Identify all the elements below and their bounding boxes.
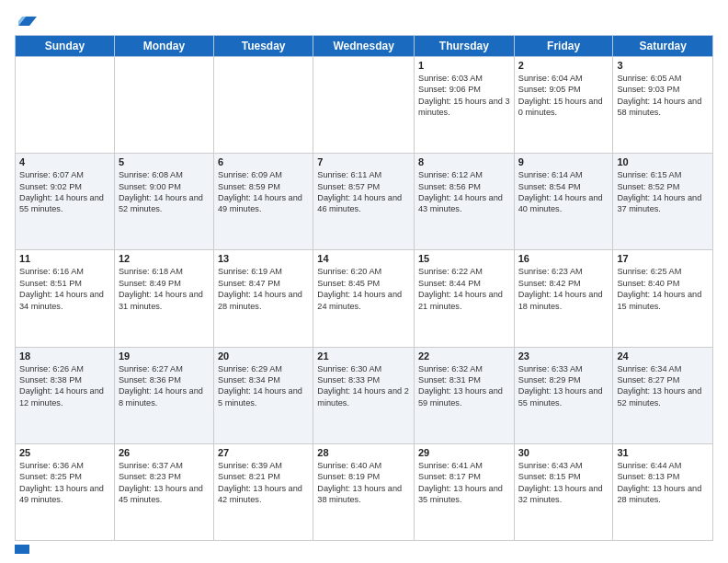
calendar-week-5: 25Sunrise: 6:36 AM Sunset: 8:25 PM Dayli… [16, 443, 713, 540]
calendar-cell [114, 57, 213, 154]
day-info: Sunrise: 6:36 AM Sunset: 8:25 PM Dayligh… [19, 460, 110, 506]
day-number: 11 [19, 253, 110, 264]
day-number: 17 [617, 253, 709, 264]
day-info: Sunrise: 6:33 AM Sunset: 8:29 PM Dayligh… [518, 363, 609, 409]
calendar-cell: 7Sunrise: 6:11 AM Sunset: 8:57 PM Daylig… [313, 154, 415, 250]
day-number: 27 [218, 447, 309, 458]
day-info: Sunrise: 6:25 AM Sunset: 8:40 PM Dayligh… [617, 266, 709, 312]
calendar-cell: 30Sunrise: 6:43 AM Sunset: 8:15 PM Dayli… [514, 443, 613, 540]
day-number: 10 [617, 156, 709, 167]
day-number: 21 [317, 350, 410, 362]
day-info: Sunrise: 6:14 AM Sunset: 8:54 PM Dayligh… [518, 169, 609, 215]
calendar-cell: 21Sunrise: 6:30 AM Sunset: 8:33 PM Dayli… [313, 347, 415, 443]
calendar-header-tuesday: Tuesday [214, 36, 313, 57]
calendar-cell: 4Sunrise: 6:07 AM Sunset: 9:02 PM Daylig… [16, 154, 115, 250]
day-info: Sunrise: 6:23 AM Sunset: 8:42 PM Dayligh… [518, 266, 609, 312]
day-info: Sunrise: 6:41 AM Sunset: 8:17 PM Dayligh… [418, 460, 510, 506]
day-number: 7 [317, 156, 410, 167]
day-number: 20 [218, 350, 309, 362]
day-info: Sunrise: 6:26 AM Sunset: 8:38 PM Dayligh… [19, 363, 110, 409]
day-number: 4 [19, 156, 110, 167]
day-info: Sunrise: 6:16 AM Sunset: 8:51 PM Dayligh… [19, 266, 110, 312]
day-info: Sunrise: 6:32 AM Sunset: 8:31 PM Dayligh… [418, 363, 510, 409]
day-number: 13 [218, 253, 309, 264]
day-info: Sunrise: 6:34 AM Sunset: 8:27 PM Dayligh… [617, 363, 709, 409]
calendar-cell: 5Sunrise: 6:08 AM Sunset: 9:00 PM Daylig… [114, 154, 213, 250]
day-info: Sunrise: 6:04 AM Sunset: 9:05 PM Dayligh… [518, 73, 609, 119]
calendar-table: SundayMondayTuesdayWednesdayThursdayFrid… [15, 35, 713, 541]
day-number: 8 [418, 156, 510, 167]
header [15, 9, 713, 29]
day-info: Sunrise: 6:20 AM Sunset: 8:45 PM Dayligh… [317, 266, 410, 312]
calendar-cell: 2Sunrise: 6:04 AM Sunset: 9:05 PM Daylig… [514, 57, 613, 154]
calendar-cell: 28Sunrise: 6:40 AM Sunset: 8:19 PM Dayli… [313, 443, 415, 540]
calendar-header-friday: Friday [514, 36, 613, 57]
calendar-cell: 3Sunrise: 6:05 AM Sunset: 9:03 PM Daylig… [613, 57, 713, 154]
calendar-cell: 26Sunrise: 6:37 AM Sunset: 8:23 PM Dayli… [114, 443, 213, 540]
day-number: 14 [317, 253, 410, 264]
day-number: 12 [119, 253, 210, 264]
calendar-week-1: 1Sunrise: 6:03 AM Sunset: 9:06 PM Daylig… [16, 57, 713, 154]
day-info: Sunrise: 6:30 AM Sunset: 8:33 PM Dayligh… [317, 363, 410, 409]
day-info: Sunrise: 6:18 AM Sunset: 8:49 PM Dayligh… [119, 266, 210, 312]
day-info: Sunrise: 6:11 AM Sunset: 8:57 PM Dayligh… [317, 169, 410, 215]
day-number: 28 [317, 447, 410, 458]
calendar-header-monday: Monday [114, 36, 213, 57]
calendar-cell: 16Sunrise: 6:23 AM Sunset: 8:42 PM Dayli… [514, 250, 613, 347]
calendar-header-row: SundayMondayTuesdayWednesdayThursdayFrid… [16, 36, 713, 57]
day-info: Sunrise: 6:05 AM Sunset: 9:03 PM Dayligh… [617, 73, 709, 119]
day-info: Sunrise: 6:40 AM Sunset: 8:19 PM Dayligh… [317, 460, 410, 506]
page: SundayMondayTuesdayWednesdayThursdayFrid… [0, 0, 728, 563]
calendar-week-3: 11Sunrise: 6:16 AM Sunset: 8:51 PM Dayli… [16, 250, 713, 347]
day-number: 16 [518, 253, 609, 264]
day-number: 26 [119, 447, 210, 458]
day-number: 3 [617, 60, 709, 71]
day-info: Sunrise: 6:12 AM Sunset: 8:56 PM Dayligh… [418, 169, 510, 215]
calendar-header-wednesday: Wednesday [313, 36, 415, 57]
calendar-cell: 27Sunrise: 6:39 AM Sunset: 8:21 PM Dayli… [214, 443, 313, 540]
calendar-cell: 31Sunrise: 6:44 AM Sunset: 8:13 PM Dayli… [613, 443, 713, 540]
daylight-swatch [15, 545, 29, 554]
calendar-header-thursday: Thursday [415, 36, 515, 57]
day-info: Sunrise: 6:44 AM Sunset: 8:13 PM Dayligh… [617, 460, 709, 506]
day-info: Sunrise: 6:37 AM Sunset: 8:23 PM Dayligh… [119, 460, 210, 506]
calendar-cell: 14Sunrise: 6:20 AM Sunset: 8:45 PM Dayli… [313, 250, 415, 347]
day-info: Sunrise: 6:22 AM Sunset: 8:44 PM Dayligh… [418, 266, 510, 312]
day-info: Sunrise: 6:43 AM Sunset: 8:15 PM Dayligh… [518, 460, 609, 506]
day-number: 25 [19, 447, 110, 458]
day-number: 2 [518, 60, 609, 71]
day-number: 24 [617, 350, 709, 362]
calendar-cell: 12Sunrise: 6:18 AM Sunset: 8:49 PM Dayli… [114, 250, 213, 347]
day-number: 23 [518, 350, 609, 362]
calendar-header-sunday: Sunday [16, 36, 115, 57]
calendar-cell: 6Sunrise: 6:09 AM Sunset: 8:59 PM Daylig… [214, 154, 313, 250]
logo [15, 9, 37, 29]
calendar-cell [214, 57, 313, 154]
calendar-cell: 8Sunrise: 6:12 AM Sunset: 8:56 PM Daylig… [415, 154, 515, 250]
calendar-week-2: 4Sunrise: 6:07 AM Sunset: 9:02 PM Daylig… [16, 154, 713, 250]
calendar-week-4: 18Sunrise: 6:26 AM Sunset: 8:38 PM Dayli… [16, 347, 713, 443]
calendar-cell: 25Sunrise: 6:36 AM Sunset: 8:25 PM Dayli… [16, 443, 115, 540]
day-info: Sunrise: 6:19 AM Sunset: 8:47 PM Dayligh… [218, 266, 309, 312]
logo-icon [17, 9, 37, 29]
day-number: 5 [119, 156, 210, 167]
calendar-cell: 10Sunrise: 6:15 AM Sunset: 8:52 PM Dayli… [613, 154, 713, 250]
day-number: 29 [418, 447, 510, 458]
day-info: Sunrise: 6:03 AM Sunset: 9:06 PM Dayligh… [418, 73, 510, 119]
day-info: Sunrise: 6:15 AM Sunset: 8:52 PM Dayligh… [617, 169, 709, 215]
calendar-cell: 11Sunrise: 6:16 AM Sunset: 8:51 PM Dayli… [16, 250, 115, 347]
day-number: 19 [119, 350, 210, 362]
calendar-cell: 19Sunrise: 6:27 AM Sunset: 8:36 PM Dayli… [114, 347, 213, 443]
calendar-cell: 9Sunrise: 6:14 AM Sunset: 8:54 PM Daylig… [514, 154, 613, 250]
day-number: 22 [418, 350, 510, 362]
day-info: Sunrise: 6:07 AM Sunset: 9:02 PM Dayligh… [19, 169, 110, 215]
calendar-cell: 13Sunrise: 6:19 AM Sunset: 8:47 PM Dayli… [214, 250, 313, 347]
footer [15, 545, 713, 554]
calendar-cell [313, 57, 415, 154]
calendar-cell [16, 57, 115, 154]
day-info: Sunrise: 6:09 AM Sunset: 8:59 PM Dayligh… [218, 169, 309, 215]
calendar-cell: 15Sunrise: 6:22 AM Sunset: 8:44 PM Dayli… [415, 250, 515, 347]
calendar-cell: 22Sunrise: 6:32 AM Sunset: 8:31 PM Dayli… [415, 347, 515, 443]
day-number: 9 [518, 156, 609, 167]
calendar-cell: 1Sunrise: 6:03 AM Sunset: 9:06 PM Daylig… [415, 57, 515, 154]
